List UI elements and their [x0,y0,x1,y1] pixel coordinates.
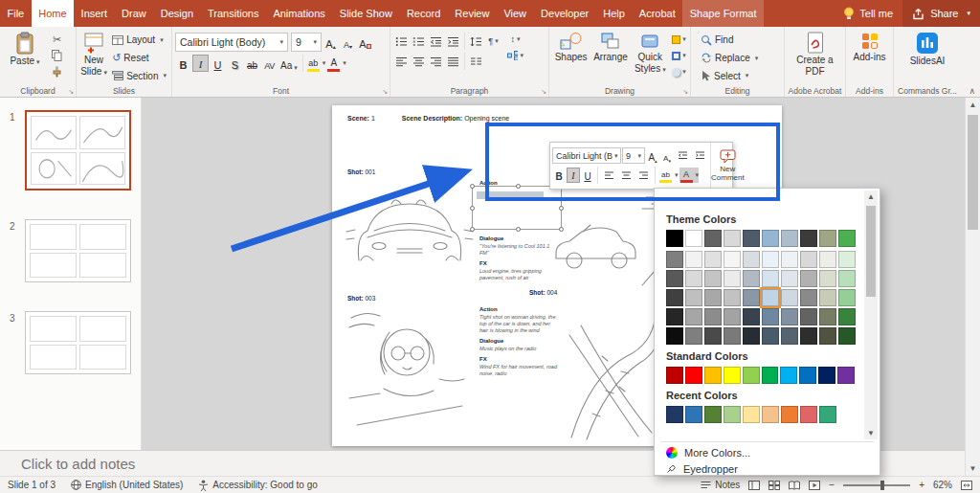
theme-color-swatch[interactable] [819,270,836,287]
scrollbar-thumb[interactable] [968,115,978,230]
standard-color-swatch[interactable] [837,367,855,384]
scroll-down-icon[interactable]: ▼ [966,461,980,476]
recent-color-swatch[interactable] [762,406,779,423]
tab-view[interactable]: View [497,0,534,27]
standard-color-swatch[interactable] [762,367,779,384]
tab-slide-show[interactable]: Slide Show [332,0,399,27]
zoom-in-button[interactable]: + [919,480,924,490]
selection-handle[interactable] [470,227,475,232]
standard-color-swatch[interactable] [704,367,722,384]
theme-color-swatch[interactable] [800,327,817,345]
theme-color-swatch[interactable] [685,251,702,268]
slideshow-view-button[interactable] [809,481,820,490]
recent-color-swatch[interactable] [685,406,702,423]
zoom-level[interactable]: 62% [933,480,952,490]
theme-color-swatch[interactable] [819,230,836,247]
theme-color-swatch[interactable] [800,230,817,247]
text-highlight-color-button[interactable]: ab▾ [306,55,326,72]
mini-italic-button[interactable]: I [567,168,580,183]
clipboard-dialog-launcher-icon[interactable]: ↘ [68,88,74,95]
theme-color-swatch[interactable] [762,327,779,345]
theme-color-swatch[interactable] [724,308,741,325]
theme-color-swatch[interactable] [781,270,798,287]
justify-button[interactable] [445,54,461,69]
theme-color-swatch[interactable] [685,289,702,306]
share-button[interactable]: Share ▾ [902,0,980,27]
zoom-slider[interactable] [843,484,910,486]
mini-align-center-button[interactable] [618,168,635,183]
car-front-sketch[interactable] [344,176,476,274]
arrange-button[interactable]: Arrange [591,30,629,84]
convert-to-smartart-button[interactable]: ▾ [507,48,523,63]
theme-color-swatch[interactable] [838,308,856,325]
font-dialog-launcher-icon[interactable]: ↘ [382,88,388,95]
reading-view-button[interactable] [789,481,800,490]
theme-color-swatch[interactable] [704,289,722,306]
recent-color-swatch[interactable] [704,406,722,423]
standard-color-swatch[interactable] [799,367,816,384]
theme-color-swatch[interactable] [685,308,702,325]
theme-color-swatch[interactable] [838,327,856,345]
mini-font-size-combobox[interactable]: 9▾ [622,147,645,164]
theme-color-swatch[interactable] [685,270,702,287]
reset-button[interactable]: ↺Reset [110,50,168,67]
new-comment-button[interactable]: New Comment [710,143,745,189]
mini-font-name-combobox[interactable]: Calibri Light (B▾ [552,147,621,164]
theme-color-swatch[interactable] [685,230,702,247]
font-color-button[interactable]: A▾ [326,55,346,72]
scroll-down-icon[interactable]: ▼ [864,427,878,439]
theme-color-swatch[interactable] [704,270,722,287]
slide-sorter-view-button[interactable] [768,481,780,490]
paragraph-dialog-launcher-icon[interactable]: ↘ [541,88,546,95]
theme-color-swatch[interactable] [666,308,683,325]
mini-decrease-font-size-button[interactable]: A▾ [660,148,674,164]
strikethrough-button[interactable]: ab [244,55,260,72]
theme-color-swatch[interactable] [666,251,683,268]
character-spacing-button[interactable]: AV [261,55,278,72]
select-button[interactable]: Select▾ [699,67,760,84]
quick-styles-button[interactable]: Quick Styles▾ [632,30,669,84]
selection-handle[interactable] [559,206,564,211]
collapse-ribbon-icon[interactable]: ∧ [969,86,975,96]
theme-color-swatch[interactable] [666,270,683,287]
selection-handle[interactable] [559,227,564,232]
new-slide-button[interactable]: New Slide▾ [79,30,108,84]
mini-increase-indent-button[interactable] [692,148,708,164]
theme-color-swatch[interactable] [781,251,798,268]
theme-color-swatch[interactable] [838,230,856,247]
tab-review[interactable]: Review [448,0,497,27]
selection-handle[interactable] [516,227,521,232]
highway-sketch[interactable] [564,299,663,440]
shape-fill-button[interactable]: ▾ [671,32,687,47]
clear-formatting-button[interactable]: A [357,34,373,51]
theme-color-swatch[interactable] [666,327,683,345]
tab-developer[interactable]: Developer [534,0,596,27]
tab-home[interactable]: Home [32,0,74,27]
slidesai-button[interactable]: SlidesAI [905,30,949,84]
theme-color-swatch[interactable] [743,289,760,306]
theme-color-swatch[interactable] [800,289,817,306]
theme-color-swatch[interactable] [666,230,683,247]
scene-header[interactable]: Scene: 1 Scene Description: Opening scen… [347,115,509,122]
tab-animations[interactable]: Animations [266,0,332,27]
theme-color-swatch[interactable] [762,230,779,247]
language-button[interactable]: English (United States) [71,480,183,490]
accessibility-checker-button[interactable]: Accessibility: Good to go [198,480,318,491]
scroll-up-icon[interactable]: ▲ [864,190,878,203]
theme-color-swatch[interactable] [819,251,836,268]
theme-color-swatch[interactable] [685,327,702,345]
mini-underline-button[interactable]: U [581,168,594,183]
standard-color-swatch[interactable] [724,367,741,384]
format-painter-button[interactable] [49,64,65,79]
zoom-out-button[interactable]: − [829,480,835,490]
zoom-slider-thumb[interactable] [880,481,884,490]
selection-handle[interactable] [470,206,475,211]
mini-increase-font-size-button[interactable]: A▴ [646,148,659,164]
create-pdf-button[interactable]: Create a PDF [793,30,837,84]
theme-color-swatch[interactable] [743,270,760,287]
bullets-button[interactable] [393,34,410,49]
scroll-up-icon[interactable]: ▲ [966,98,980,112]
theme-color-swatch[interactable] [819,327,836,345]
line-spacing-button[interactable] [468,34,484,49]
recent-color-swatch[interactable] [781,406,798,423]
